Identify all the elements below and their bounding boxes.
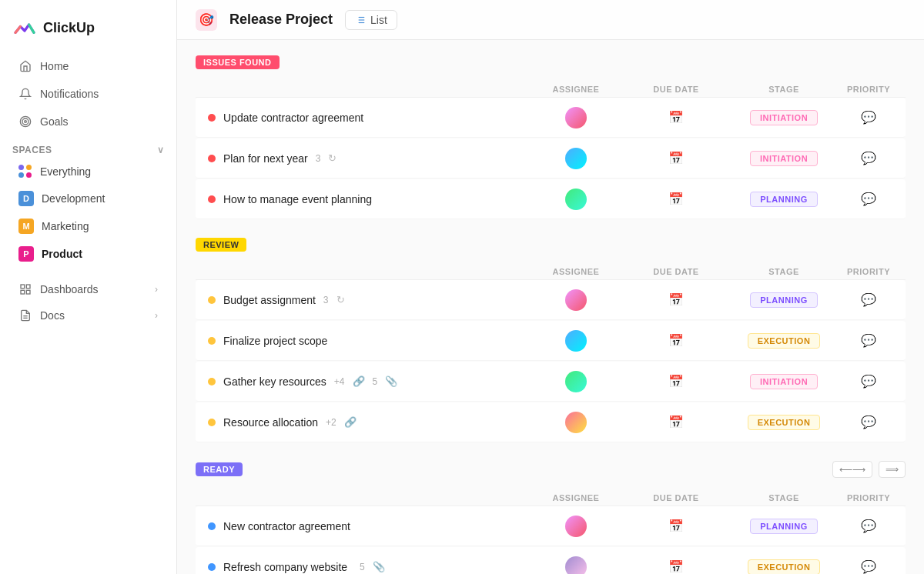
col-duedate-2: DUE DATE [622, 267, 730, 276]
col-stage-1: STAGE [730, 85, 838, 94]
due-date-cell: 📅 [622, 559, 730, 574]
calendar-icon: 📅 [668, 559, 684, 574]
spaces-chevron[interactable]: ∨ [157, 145, 165, 155]
task-dot [208, 296, 216, 304]
link-icon: 🔗 [344, 416, 357, 428]
ready-section: READY ⟵⟶ ⟹ ASSIGNEE DUE DATE STAGE PRIOR… [196, 461, 906, 574]
attachment-icon: 📎 [385, 375, 397, 387]
priority-cell: 💬 [838, 192, 899, 206]
section-toolbar: ⟵⟶ ⟹ [832, 461, 906, 478]
stage-cell: EXECUTION [730, 415, 838, 430]
docs-label: Docs [40, 309, 65, 322]
calendar-icon: 📅 [668, 374, 684, 389]
priority-icon: 💬 [861, 519, 876, 533]
toolbar-btn-1[interactable]: ⟵⟶ [832, 461, 872, 478]
col-priority-1: PRIORITY [838, 85, 899, 94]
sidebar: ClickUp Home Notifications Goals Spaces … [0, 0, 177, 574]
priority-cell: 💬 [838, 519, 899, 533]
col-assignee-3: ASSIGNEE [530, 493, 622, 502]
nav-home[interactable]: Home [6, 53, 170, 79]
stage-cell: PLANNING [730, 292, 838, 308]
nav-dashboards[interactable]: Dashboards › [6, 277, 170, 302]
review-section-header: REVIEW [196, 238, 906, 258]
bell-icon [18, 87, 32, 101]
calendar-icon: 📅 [668, 415, 684, 429]
priority-cell: 💬 [838, 415, 899, 429]
assignee-cell [530, 516, 622, 537]
task-dot [208, 563, 216, 571]
avatar [565, 516, 587, 537]
priority-icon: 💬 [861, 333, 876, 348]
task-name: Update contractor agreement [223, 112, 363, 124]
list-view-button[interactable]: List [345, 10, 397, 30]
task-attachments: 5 [360, 562, 365, 572]
toolbar-btn-2[interactable]: ⟹ [879, 461, 906, 478]
issues-badge: ISSUES FOUND [196, 55, 280, 69]
table-row: Gather key resources +4 🔗 5 📎 📅 INITIATI… [196, 362, 906, 402]
marketing-label: Marketing [42, 220, 89, 232]
list-view-label: List [370, 14, 387, 26]
svg-rect-5 [26, 290, 30, 294]
stage-cell: PLANNING [730, 192, 838, 207]
assignee-cell [530, 189, 622, 210]
task-name-cell: How to manage event planning [202, 193, 530, 205]
due-date-cell: 📅 [622, 110, 730, 125]
task-name-cell: Resource allocation +2 🔗 [202, 416, 530, 429]
dashboards-chevron: › [155, 284, 158, 295]
issues-col-headers: ASSIGNEE DUE DATE STAGE PRIORITY [196, 82, 906, 98]
table-row: How to manage event planning 📅 PLANNING … [196, 179, 906, 219]
table-row: Finalize project scope 📅 EXECUTION 💬 [196, 321, 906, 361]
col-duedate-1: DUE DATE [622, 85, 730, 94]
nav-notifications-label: Notifications [40, 88, 99, 100]
avatar [565, 289, 587, 311]
avatar [565, 330, 587, 352]
table-row: Budget assignment 3 ↻ 📅 PLANNING 💬 [196, 280, 906, 320]
nav-notifications[interactable]: Notifications [6, 81, 170, 107]
stage-cell: INITIATION [730, 374, 838, 389]
ready-badge: READY [196, 462, 243, 476]
goals-icon [18, 115, 32, 128]
task-dot [208, 419, 216, 426]
svg-rect-4 [26, 285, 30, 289]
priority-cell: 💬 [838, 292, 899, 307]
nav-goals-label: Goals [40, 115, 69, 128]
task-name-cell: Update contractor agreement [202, 112, 530, 124]
sidebar-item-development[interactable]: D Development [6, 185, 170, 212]
calendar-icon: 📅 [668, 192, 684, 206]
task-name: Plan for next year [223, 152, 308, 165]
docs-icon [18, 309, 32, 322]
stage-badge: INITIATION [750, 151, 818, 166]
sidebar-item-product[interactable]: P Product [6, 241, 170, 267]
col-priority-3: PRIORITY [838, 493, 899, 502]
main-content: 🎯 Release Project List ISSUES FOUND ASSI… [177, 0, 924, 574]
task-name: Budget assignment [223, 294, 316, 306]
priority-cell: 💬 [838, 374, 899, 389]
priority-icon: 💬 [861, 151, 876, 165]
sidebar-item-marketing[interactable]: M Marketing [6, 213, 170, 239]
clickup-logo-icon [12, 15, 37, 40]
task-dot [208, 337, 216, 345]
sidebar-item-everything[interactable]: Everything [6, 159, 170, 184]
ready-section-header: READY ⟵⟶ ⟹ [196, 461, 906, 484]
nav-docs[interactable]: Docs › [6, 303, 170, 328]
nav-goals[interactable]: Goals [6, 108, 170, 135]
subtask-icon: ↻ [336, 294, 345, 305]
table-row: Update contractor agreement 📅 INITIATION… [196, 98, 906, 138]
table-row: New contractor agreement 📅 PLANNING 💬 [196, 506, 906, 546]
table-row: Resource allocation +2 🔗 📅 EXECUTION 💬 [196, 402, 906, 442]
everything-label: Everything [40, 165, 91, 178]
due-date-cell: 📅 [622, 415, 730, 429]
stage-badge: INITIATION [750, 374, 818, 389]
priority-cell: 💬 [838, 333, 899, 348]
col-priority-2: PRIORITY [838, 267, 899, 276]
task-dot [208, 155, 216, 162]
priority-icon: 💬 [861, 292, 876, 307]
task-name: Finalize project scope [223, 335, 327, 347]
assignee-cell [530, 371, 622, 392]
content-area: ISSUES FOUND ASSIGNEE DUE DATE STAGE PRI… [177, 40, 924, 574]
task-extra: +4 [334, 376, 345, 387]
svg-point-1 [22, 118, 28, 125]
assignee-cell [530, 148, 622, 169]
development-label: Development [42, 192, 105, 205]
due-date-cell: 📅 [622, 333, 730, 348]
